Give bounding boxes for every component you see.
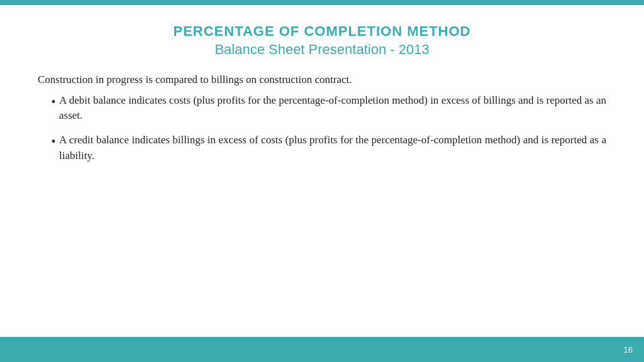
- bullet-dot-1: •: [38, 93, 57, 111]
- slide-container: PERCENTAGE OF COMPLETION METHOD Balance …: [0, 0, 644, 362]
- page-number: 16: [624, 345, 633, 354]
- title-section: PERCENTAGE OF COMPLETION METHOD Balance …: [38, 23, 606, 58]
- sub-title: Balance Sheet Presentation - 2013: [38, 41, 606, 59]
- bullet-list: • A debit balance indicates costs (plus …: [38, 93, 606, 173]
- list-item: • A credit balance indicates billings in…: [38, 133, 606, 163]
- bullet-text-1: A debit balance indicates costs (plus pr…: [59, 93, 606, 124]
- bottom-bar: 16: [0, 337, 644, 362]
- bullet-text-2: A credit balance indicates billings in e…: [59, 133, 606, 163]
- main-title: PERCENTAGE OF COMPLETION METHOD: [38, 23, 606, 41]
- intro-text: Construction in progress is compared to …: [38, 72, 606, 88]
- list-item: • A debit balance indicates costs (plus …: [38, 93, 606, 124]
- content-area: PERCENTAGE OF COMPLETION METHOD Balance …: [0, 5, 644, 337]
- top-bar: [0, 0, 644, 5]
- bullet-dot-2: •: [38, 133, 57, 151]
